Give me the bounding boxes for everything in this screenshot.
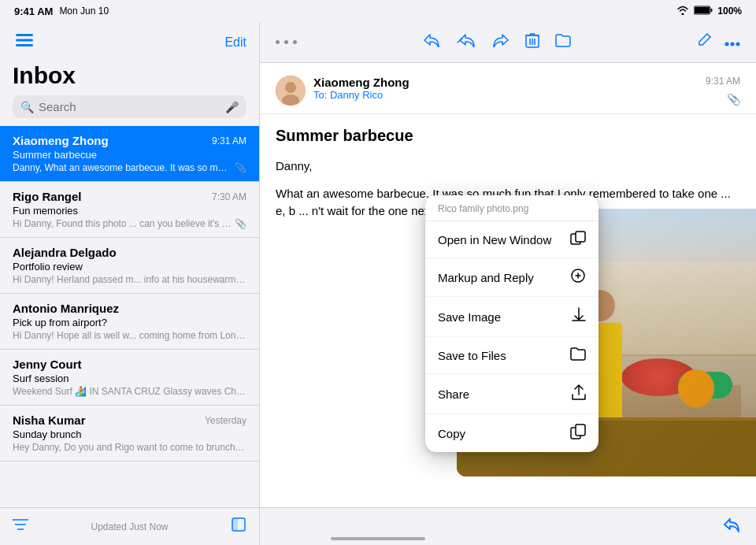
filter-button[interactable]: [13, 518, 28, 535]
email-sender: Antonio Manriquez: [13, 302, 119, 315]
email-time: 9:31 AM: [212, 135, 246, 146]
svg-point-16: [725, 43, 729, 46]
email-list-item[interactable]: Xiaomeng Zhong 9:31 AM Summer barbecue D…: [0, 126, 259, 182]
email-list-item[interactable]: Nisha Kumar Yesterday Sunday brunch Hey …: [0, 406, 259, 462]
svg-rect-2: [711, 9, 713, 12]
search-icon: 🔍: [20, 101, 34, 113]
battery-icon: [694, 6, 713, 17]
open-new-window-icon: [570, 231, 586, 248]
edit-button[interactable]: Edit: [224, 35, 246, 50]
sender-avatar: [276, 76, 306, 106]
email-sender-name: Xiaomeng Zhong: [313, 76, 698, 89]
compose-button[interactable]: [696, 32, 712, 52]
email-list: Xiaomeng Zhong 9:31 AM Summer barbecue D…: [0, 126, 259, 507]
share-label: Share: [438, 387, 469, 401]
sidebar-toggle-button[interactable]: [13, 30, 36, 54]
email-sender: Xiaomeng Zhong: [13, 134, 109, 147]
email-header-info: Xiaomeng Zhong To: Danny Rico: [313, 76, 698, 101]
svg-rect-4: [16, 39, 33, 42]
search-bar[interactable]: 🔍 🎤: [13, 95, 246, 118]
search-input[interactable]: [39, 100, 220, 113]
svg-point-17: [731, 43, 735, 46]
email-subject: Pick up from airport?: [13, 317, 246, 328]
attachment-icon: 📎: [235, 162, 246, 173]
attachment-icon: 📎: [235, 218, 246, 229]
svg-rect-26: [576, 425, 585, 436]
svg-rect-5: [16, 44, 33, 46]
context-menu: Rico family photo.png Open in New Window…: [425, 195, 598, 452]
email-preview: Danny, What an awesome barbecue. It was …: [13, 162, 232, 173]
email-sender: Rigo Rangel: [13, 190, 82, 203]
compose-small-button[interactable]: [231, 517, 246, 536]
svg-point-20: [285, 82, 296, 93]
home-indicator: [331, 537, 425, 540]
toolbar-actions: [423, 32, 571, 52]
top-toolbar: [260, 22, 756, 63]
reply-all-button[interactable]: [456, 33, 476, 51]
email-subject: Portfolio review: [13, 261, 246, 272]
context-menu-copy[interactable]: Copy: [425, 414, 598, 452]
email-list-item[interactable]: Rigo Rangel 7:30 AM Fun memories Hi Dann…: [0, 182, 259, 238]
copy-icon: [570, 424, 586, 443]
sidebar-footer: Updated Just Now: [0, 507, 259, 545]
email-detail-time: 9:31 AM: [706, 76, 740, 87]
forward-button[interactable]: [492, 33, 510, 51]
email-list-item[interactable]: Jenny Court Surf session Weekend Surf 🏄 …: [0, 350, 259, 406]
status-time: 9:41 AM: [14, 6, 53, 17]
wifi-icon: [676, 6, 689, 17]
email-detail-header: Xiaomeng Zhong To: Danny Rico 9:31 AM 📎: [260, 63, 756, 114]
save-to-files-label: Save to Files: [438, 349, 506, 362]
markup-reply-label: Markup and Reply: [438, 271, 534, 284]
open-new-window-label: Open in New Window: [438, 233, 551, 247]
sidebar: Edit Inbox 🔍 🎤 Xiaomeng Zhong 9:31 AM Su…: [0, 22, 260, 545]
email-subject: Summer barbecue: [13, 149, 246, 161]
email-attachment-indicator: 📎: [727, 93, 740, 106]
context-menu-filename: Rico family photo.png: [425, 195, 598, 221]
email-preview: Hey Danny, Do you and Rigo want to come …: [13, 442, 246, 453]
email-list-item[interactable]: Antonio Manriquez Pick up from airport? …: [0, 294, 259, 350]
main-container: Edit Inbox 🔍 🎤 Xiaomeng Zhong 9:31 AM Su…: [0, 22, 756, 545]
email-sender: Alejandra Delgado: [13, 246, 117, 259]
email-preview: Hi Danny, Found this photo ... can you b…: [13, 218, 232, 229]
status-right: 100%: [676, 6, 742, 17]
mic-icon[interactable]: 🎤: [225, 101, 239, 113]
context-menu-share[interactable]: Share: [425, 374, 598, 414]
svg-rect-10: [232, 518, 238, 531]
trash-button[interactable]: [525, 32, 539, 52]
email-sender: Nisha Kumar: [13, 413, 86, 427]
email-time: Yesterday: [205, 415, 246, 426]
toolbar-right: [696, 32, 740, 52]
email-sender: Jenny Court: [13, 358, 82, 371]
move-button[interactable]: [555, 33, 571, 51]
context-menu-save-to-files[interactable]: Save to Files: [425, 337, 598, 374]
status-date: Mon Jun 10: [59, 6, 109, 17]
email-preview: Weekend Surf 🏄 IN SANTA CRUZ Glassy wave…: [13, 386, 246, 397]
inbox-title: Inbox: [0, 59, 259, 95]
status-bar: 9:41 AM Mon Jun 10 100%: [0, 0, 756, 22]
toolbar-dots: [276, 40, 297, 44]
email-subject: Fun memories: [13, 205, 246, 217]
email-body-subject: Summer barbecue: [276, 127, 740, 145]
context-menu-open-new-window[interactable]: Open in New Window: [425, 221, 598, 258]
context-menu-save-image[interactable]: Save Image: [425, 297, 598, 337]
footer-updated-text: Updated Just Now: [28, 521, 231, 532]
save-image-icon: [572, 306, 586, 327]
email-preview: Hi Danny! Hope all is well w... coming h…: [13, 330, 246, 341]
svg-rect-1: [695, 7, 710, 13]
svg-point-18: [736, 43, 740, 46]
reply-button[interactable]: [423, 33, 440, 51]
email-time: 7:30 AM: [212, 191, 246, 202]
email-body-greeting: Danny,: [276, 158, 740, 176]
reply-footer-button[interactable]: [723, 517, 740, 536]
save-image-label: Save Image: [438, 310, 501, 324]
context-menu-markup-reply[interactable]: Markup and Reply: [425, 258, 598, 297]
email-list-item[interactable]: Alejandra Delgado Portfolio review Hi Da…: [0, 238, 259, 294]
more-button[interactable]: [724, 34, 740, 50]
save-to-files-icon: [570, 347, 586, 364]
sidebar-header: Edit: [0, 22, 259, 59]
email-subject: Surf session: [13, 373, 246, 384]
svg-rect-3: [16, 34, 33, 36]
svg-rect-23: [576, 232, 585, 242]
battery-percent: 100%: [717, 6, 742, 17]
email-to-field[interactable]: To: Danny Rico: [313, 89, 698, 101]
